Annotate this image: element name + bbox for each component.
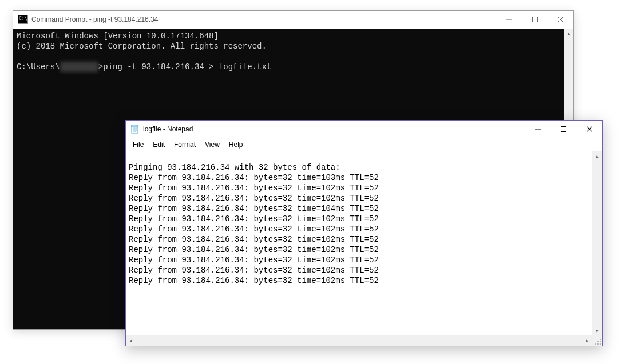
svg-point-3: [600, 339, 601, 340]
notepad-reply-line: Reply from 93.184.216.34: bytes=32 time=…: [129, 235, 379, 244]
cmd-user-blurred: xxxxxxxx: [60, 62, 98, 72]
notepad-reply-line: Reply from 93.184.216.34: bytes=32 time=…: [129, 245, 379, 254]
cmd-icon: [18, 15, 28, 24]
notepad-menubar: File Edit Format View Help: [126, 138, 602, 151]
maximize-button[interactable]: [550, 121, 576, 138]
minimize-button[interactable]: [525, 121, 550, 138]
menu-file[interactable]: File: [128, 139, 148, 150]
svg-rect-2: [561, 127, 566, 132]
cmd-prompt-suffix: >: [98, 62, 103, 71]
cmd-line-copyright: (c) 2018 Microsoft Corporation. All righ…: [17, 42, 267, 51]
notepad-horizontal-scrollbar[interactable]: ◂ ▸: [126, 335, 592, 346]
close-button[interactable]: [576, 121, 602, 138]
close-button[interactable]: [548, 11, 573, 28]
cmd-line-version: Microsoft Windows [Version 10.0.17134.64…: [17, 31, 219, 41]
scroll-up-arrow-icon[interactable]: ▲: [564, 29, 573, 38]
svg-point-5: [597, 341, 599, 342]
notepad-reply-line: Reply from 93.184.216.34: bytes=32 time=…: [129, 194, 379, 203]
notepad-titlebar[interactable]: logfile - Notepad: [126, 121, 602, 138]
resize-grip[interactable]: [592, 335, 602, 346]
notepad-window-controls: [525, 121, 602, 138]
notepad-title: logfile - Notepad: [143, 125, 525, 133]
notepad-vertical-scrollbar[interactable]: ▴ ▾: [592, 151, 602, 335]
notepad-reply-line: Reply from 93.184.216.34: bytes=32 time=…: [129, 183, 379, 193]
scroll-left-arrow-icon[interactable]: ◂: [126, 335, 136, 346]
cmd-title: Command Prompt - ping -t 93.184.216.34: [31, 15, 496, 23]
notepad-reply-line: Reply from 93.184.216.34: bytes=32 time=…: [129, 255, 379, 265]
menu-edit[interactable]: Edit: [148, 139, 169, 150]
notepad-reply-line: Reply from 93.184.216.34: bytes=32 time=…: [129, 276, 379, 285]
cmd-prompt-prefix: C:\Users\: [17, 62, 60, 71]
svg-point-6: [600, 343, 601, 345]
svg-point-8: [595, 343, 596, 345]
svg-rect-0: [532, 17, 537, 22]
scroll-up-arrow-icon[interactable]: ▴: [592, 151, 602, 161]
notepad-text-area[interactable]: Pinging 93.184.216.34 with 32 bytes of d…: [126, 151, 592, 335]
scroll-right-arrow-icon[interactable]: ▸: [583, 335, 592, 346]
cmd-typed-command: ping -t 93.184.216.34 > logfile.txt: [103, 62, 271, 71]
svg-point-7: [597, 343, 599, 345]
notepad-reply-line: Reply from 93.184.216.34: bytes=32 time=…: [129, 266, 379, 275]
notepad-reply-line: Reply from 93.184.216.34: bytes=32 time=…: [129, 173, 379, 182]
menu-format[interactable]: Format: [169, 139, 200, 150]
notepad-icon: [130, 125, 140, 134]
minimize-button[interactable]: [496, 11, 522, 28]
notepad-reply-line: Reply from 93.184.216.34: bytes=32 time=…: [129, 214, 379, 223]
text-cursor: [129, 153, 129, 162]
menu-view[interactable]: View: [200, 139, 224, 150]
notepad-reply-line: Reply from 93.184.216.34: bytes=32 time=…: [129, 204, 379, 213]
notepad-window[interactable]: logfile - Notepad File Edit Format View …: [125, 120, 603, 346]
notepad-ping-header: Pinging 93.184.216.34 with 32 bytes of d…: [129, 163, 340, 172]
cmd-titlebar[interactable]: Command Prompt - ping -t 93.184.216.34: [13, 11, 573, 28]
maximize-button[interactable]: [522, 11, 548, 28]
svg-point-4: [600, 341, 601, 342]
scroll-down-arrow-icon[interactable]: ▾: [592, 326, 602, 335]
notepad-reply-line: Reply from 93.184.216.34: bytes=32 time=…: [129, 225, 379, 234]
cmd-window-controls: [496, 11, 573, 28]
menu-help[interactable]: Help: [224, 139, 248, 150]
